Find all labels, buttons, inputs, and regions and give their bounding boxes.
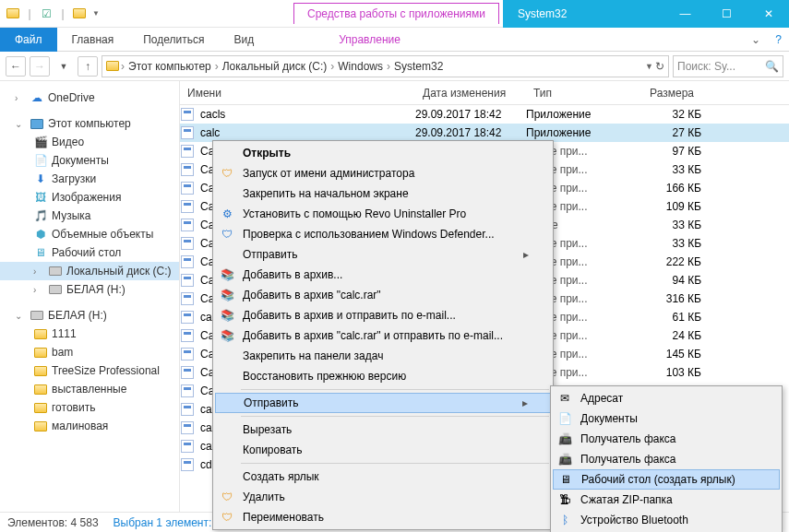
ctx-delete[interactable]: 🛡Удалить	[215, 487, 551, 507]
nav-localdisk-c[interactable]: ›Локальный диск (C:)	[0, 262, 179, 280]
file-tab[interactable]: Файл	[0, 28, 57, 52]
nav-tree[interactable]: ›☁OneDrive ⌄Этот компьютер 🎬Видео 📄Докум…	[0, 81, 180, 513]
file-date: 29.09.2017 18:42	[415, 108, 526, 121]
breadcrumb-seg[interactable]: System32	[392, 60, 445, 73]
ctx-cut[interactable]: Вырезать	[215, 420, 551, 440]
shield-icon: 🛡	[219, 166, 235, 181]
nav-thispc[interactable]: ⌄Этот компьютер	[0, 114, 179, 133]
col-size[interactable]: Размера	[628, 87, 701, 100]
sub-fax2[interactable]: 📠Получатель факса	[553, 449, 780, 469]
ctx-shortcut[interactable]: Создать ярлык	[215, 467, 551, 487]
sub-fax[interactable]: 📠Получатель факса	[553, 429, 780, 449]
app-icon	[180, 181, 195, 195]
sub-desktop-shortcut[interactable]: 🖥Рабочий стол (создать ярлык)	[553, 469, 780, 490]
up-button[interactable]: ↑	[78, 56, 98, 77]
manage-tab[interactable]: Управление	[324, 29, 415, 51]
nav-downloads[interactable]: ⬇Загрузки	[0, 170, 179, 188]
nav-onedrive[interactable]: ›☁OneDrive	[0, 89, 179, 107]
close-button[interactable]: ✕	[747, 0, 789, 28]
sendto-submenu: ✉Адресат 📄Документы 📠Получатель факса 📠П…	[550, 385, 783, 532]
ctx-addrar[interactable]: 📚Добавить в архив "calc.rar"	[215, 285, 551, 305]
app-icon	[180, 310, 195, 325]
breadcrumb-seg[interactable]: Этот компьютер	[126, 60, 213, 73]
ctx-copy[interactable]: Копировать	[215, 440, 551, 460]
winrar-icon: 📚	[219, 308, 235, 323]
breadcrumb-seg[interactable]: Локальный диск (C:)	[221, 60, 329, 73]
qat-dropdown[interactable]: ▼	[89, 6, 103, 21]
ctx-sendto2[interactable]: Отправить▸	[215, 393, 551, 413]
nav-belaya-h2[interactable]: ⌄БЕЛАЯ (H:)	[0, 306, 179, 325]
home-tab[interactable]: Главная	[57, 29, 129, 51]
view-tab[interactable]: Вид	[219, 29, 269, 51]
properties-icon[interactable]: ☑	[39, 6, 54, 21]
sub-bluetooth[interactable]: ᛒУстройство Bluetooth	[553, 510, 780, 530]
address-dropdown-icon[interactable]: ▼	[645, 62, 653, 71]
shield-icon: 🛡	[219, 510, 235, 525]
window-title: System32	[503, 0, 664, 28]
refresh-icon[interactable]: ↻	[655, 60, 664, 73]
zip-icon: 🗜	[556, 492, 573, 507]
recent-button[interactable]: ▼	[54, 56, 74, 77]
ctx-rename[interactable]: 🛡Переименовать	[215, 507, 551, 527]
nav-pictures[interactable]: 🖼Изображения	[0, 188, 179, 207]
ctx-addmail[interactable]: 📚Добавить в архив и отправить по e-mail.…	[215, 305, 551, 325]
search-input[interactable]: Поиск: Sy... 🔍	[673, 55, 783, 77]
nav-music[interactable]: 🎵Музыка	[0, 207, 179, 225]
nav-desktop[interactable]: 🖥Рабочий стол	[0, 243, 179, 262]
fax-icon: 📠	[556, 452, 573, 467]
nav-folder-vyst[interactable]: выставленные	[0, 380, 179, 398]
ctx-pinstart[interactable]: Закрепить на начальном экране	[215, 183, 551, 204]
ctx-defender[interactable]: 🛡Проверка с использованием Windows Defen…	[215, 224, 551, 244]
folder-icon	[106, 61, 119, 71]
minimize-button[interactable]: —	[664, 0, 706, 28]
nav-belaya-h[interactable]: ›БЕЛАЯ (H:)	[0, 280, 179, 299]
ctx-sendto[interactable]: Отправить▸	[215, 244, 551, 265]
ctx-pintaskbar[interactable]: Закрепить на панели задач	[215, 346, 551, 366]
sub-docs[interactable]: 📄Документы	[553, 408, 780, 429]
nav-documents[interactable]: 📄Документы	[0, 151, 179, 170]
file-size: 222 КБ	[628, 255, 701, 268]
col-name[interactable]: Имени	[180, 87, 415, 100]
app-icon	[180, 439, 195, 454]
ctx-addrarmail[interactable]: 📚Добавить в архив "calc.rar" и отправить…	[215, 325, 551, 346]
col-type[interactable]: Тип	[526, 87, 628, 100]
file-size: 166 КБ	[628, 182, 701, 195]
nav-folder-bam[interactable]: bam	[0, 343, 179, 361]
file-name: cacls	[200, 108, 225, 121]
nav-folder-mal[interactable]: малиновая	[0, 417, 179, 435]
table-row[interactable]: cacls29.09.2017 18:42Приложение32 КБ	[180, 105, 789, 124]
bluetooth-icon: ᛒ	[556, 513, 573, 527]
nav-videos[interactable]: 🎬Видео	[0, 133, 179, 151]
ribbon-expand-icon[interactable]: ⌄	[744, 33, 768, 46]
back-button[interactable]: ←	[6, 56, 26, 77]
sub-zip[interactable]: 🗜Сжатая ZIP-папка	[553, 490, 780, 510]
ctx-open[interactable]: Открыть	[215, 143, 551, 163]
nav-folder-1111[interactable]: 1111	[0, 325, 179, 343]
file-size: 32 КБ	[628, 108, 701, 121]
fax-icon: 📠	[556, 432, 573, 446]
share-tab[interactable]: Поделиться	[128, 29, 219, 51]
file-size: 94 КБ	[628, 274, 701, 287]
app-icon	[180, 236, 195, 251]
new-folder-icon[interactable]	[72, 6, 87, 21]
breadcrumb-seg[interactable]: Windows	[336, 60, 385, 73]
help-icon[interactable]: ?	[768, 33, 789, 46]
app-icon	[180, 347, 195, 361]
table-row[interactable]: calc29.09.2017 18:42Приложение27 КБ	[180, 124, 789, 142]
ctx-revo[interactable]: ⚙Установить с помощью Revo Uninstaller P…	[215, 204, 551, 224]
file-size: 316 КБ	[628, 292, 701, 305]
app-icon	[180, 218, 195, 232]
column-headers[interactable]: Имени Дата изменения Тип Размера	[180, 81, 789, 105]
sub-addr[interactable]: ✉Адресат	[553, 388, 780, 408]
nav-folder-treesize[interactable]: TreeSize Professional	[0, 361, 179, 380]
breadcrumb[interactable]: › Этот компьютер› Локальный диск (C:)› W…	[102, 55, 669, 77]
ctx-restore[interactable]: Восстановить прежнюю версию	[215, 366, 551, 386]
forward-button[interactable]: →	[30, 56, 50, 77]
maximize-button[interactable]: ☐	[706, 0, 747, 28]
nav-folder-got[interactable]: готовить	[0, 398, 179, 417]
mail-icon: ✉	[556, 391, 573, 406]
ctx-addarchive[interactable]: 📚Добавить в архив...	[215, 265, 551, 285]
col-date[interactable]: Дата изменения	[415, 87, 526, 100]
ctx-runas[interactable]: 🛡Запуск от имени администратора	[215, 163, 551, 183]
nav-3dobjects[interactable]: ⬢Объемные объекты	[0, 225, 179, 243]
